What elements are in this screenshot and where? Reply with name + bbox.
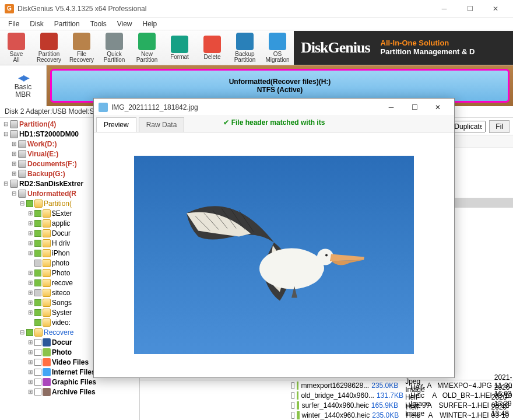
expand-icon[interactable]: ⊞: [27, 250, 33, 256]
checkbox[interactable]: [291, 412, 294, 419]
expand-icon[interactable]: ⊞: [27, 220, 33, 226]
checkbox[interactable]: [34, 369, 41, 376]
checkbox[interactable]: [34, 359, 41, 366]
expand-icon[interactable]: ⊟: [2, 121, 9, 127]
expand-icon[interactable]: ⊞: [27, 270, 33, 276]
tab-preview[interactable]: Preview: [96, 117, 136, 132]
expand-icon[interactable]: ⊞: [27, 279, 33, 286]
nav-arrows[interactable]: ◀▶: [18, 73, 29, 82]
expand-icon[interactable]: ⊟: [2, 180, 9, 187]
filter-button[interactable]: Fil: [489, 120, 510, 133]
checkbox[interactable]: [291, 382, 294, 389]
checkbox[interactable]: [34, 379, 41, 386]
expand-icon[interactable]: ⊞: [27, 379, 33, 385]
checkbox[interactable]: [291, 402, 294, 409]
checkbox[interactable]: [34, 299, 41, 306]
tool-save-all[interactable]: SaveAll: [0, 31, 33, 65]
folder-icon: [43, 318, 51, 327]
checkbox[interactable]: [34, 240, 41, 247]
type-icon: [43, 348, 51, 356]
preview-maximize-button[interactable]: ☐: [403, 99, 426, 116]
expand-icon[interactable]: ⊞: [27, 388, 33, 395]
folder-icon: [43, 209, 51, 218]
checkbox[interactable]: [34, 260, 41, 267]
checkbox[interactable]: [34, 309, 41, 316]
menu-file[interactable]: File: [3, 19, 24, 29]
menu-tools[interactable]: Tools: [86, 19, 111, 29]
drive-icon: [10, 130, 18, 138]
drive-icon: [18, 160, 26, 168]
tool-os-migration[interactable]: OSMigration: [261, 31, 294, 65]
file-entry[interactable]: mmexport16298628... 235.0KB Jpeg Image A…: [140, 380, 513, 390]
file-size: 235.0KB: [371, 382, 403, 390]
expand-icon[interactable]: ⊟: [10, 190, 17, 197]
checkbox[interactable]: [34, 220, 41, 227]
duplicate-field[interactable]: [451, 121, 486, 132]
checkbox[interactable]: [34, 250, 41, 257]
checkbox[interactable]: [34, 279, 41, 286]
checkbox[interactable]: [34, 349, 41, 356]
checkbox[interactable]: [26, 200, 33, 207]
preview-minimize-button[interactable]: ─: [380, 99, 403, 116]
tree-label: iPhon: [52, 249, 70, 257]
close-button[interactable]: ✕: [483, 1, 508, 17]
tree-label: Docur: [52, 338, 72, 346]
preview-titlebar[interactable]: IMG_20211112_181842.jpg ─ ☐ ✕: [94, 99, 454, 116]
tool-partition-recovery[interactable]: PartitionRecovery: [33, 31, 65, 65]
tree-label: applic: [52, 219, 70, 228]
preview-close-button[interactable]: ✕: [426, 99, 449, 116]
tool-delete[interactable]: Delete: [196, 31, 229, 65]
expand-icon[interactable]: ⊞: [10, 160, 17, 167]
checkbox[interactable]: [34, 319, 41, 326]
checkbox[interactable]: [34, 289, 41, 296]
expand-icon[interactable]: ⊞: [10, 141, 17, 147]
tool-new-partition[interactable]: NewPartition: [131, 31, 163, 65]
expand-icon[interactable]: ⊞: [27, 309, 33, 316]
folder-icon: [43, 309, 51, 317]
tool-file-recovery[interactable]: FileRecovery: [65, 31, 98, 65]
expand-icon[interactable]: ⊞: [10, 150, 17, 157]
expand-icon[interactable]: ⊞: [27, 210, 33, 216]
expand-icon[interactable]: ⊞: [27, 349, 33, 355]
drive-icon: [10, 120, 18, 128]
menu-disk[interactable]: Disk: [25, 19, 48, 29]
checkbox[interactable]: [34, 210, 41, 217]
expand-icon[interactable]: ⊞: [27, 299, 33, 306]
expand-icon[interactable]: ⊞: [27, 240, 33, 246]
checkbox[interactable]: [34, 339, 41, 346]
menu-view[interactable]: View: [113, 19, 137, 29]
expand-icon[interactable]: ⊟: [19, 200, 25, 206]
tree-item[interactable]: ⊞Graphic Files: [0, 377, 139, 387]
expand-icon[interactable]: ⊞: [10, 170, 17, 177]
file-entry[interactable]: winter_1440x960.heic 235.0KB Heif-Heic I…: [140, 410, 513, 420]
menu-help[interactable]: Help: [138, 19, 162, 29]
menu-partition[interactable]: Partition: [50, 19, 85, 29]
tree-item[interactable]: ⊞Archive Files: [0, 387, 139, 397]
tool-backup-partition[interactable]: BackupPartition: [229, 31, 261, 65]
expand-icon[interactable]: ⊞: [27, 359, 33, 365]
file-size: 165.9KB: [371, 401, 403, 410]
file-entry[interactable]: surfer_1440x960.heic 165.9KB Heif-Heic I…: [140, 400, 513, 410]
tab-raw-data[interactable]: Raw Data: [139, 117, 185, 132]
expand-icon[interactable]: ⊞: [27, 230, 33, 236]
checkbox[interactable]: [26, 329, 33, 336]
checkbox[interactable]: [34, 230, 41, 237]
checkbox[interactable]: [34, 270, 41, 276]
expand-icon[interactable]: ⊞: [27, 339, 33, 345]
file-entry[interactable]: old_bridge_1440x960... 131.7KB Heif-Heic…: [140, 390, 513, 400]
expand-icon[interactable]: ⊟: [2, 131, 9, 137]
checkbox[interactable]: [34, 388, 41, 396]
tree-label: Video Files: [52, 358, 89, 366]
bottom-file-rows[interactable]: mmexport16298628... 235.0KB Jpeg Image A…: [140, 380, 513, 420]
drive-icon: [18, 140, 26, 148]
checkbox[interactable]: [291, 392, 294, 399]
tool-format[interactable]: Format: [163, 31, 196, 65]
tool-quick-partition[interactable]: QuickPartition: [98, 31, 131, 65]
tree-label: Recovere: [44, 328, 73, 337]
brand-banner: DiskGenius All-In-One Solution Partition…: [294, 31, 513, 65]
expand-icon[interactable]: ⊞: [27, 369, 33, 375]
maximize-button[interactable]: ☐: [457, 1, 483, 17]
minimize-button[interactable]: ─: [431, 1, 457, 17]
expand-icon[interactable]: ⊟: [19, 329, 25, 335]
expand-icon[interactable]: ⊞: [27, 289, 33, 296]
